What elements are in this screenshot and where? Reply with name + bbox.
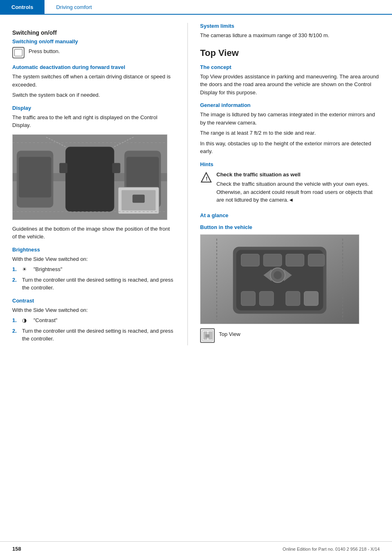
contrast-subtitle: Contrast <box>12 298 175 304</box>
warning-line1: Check the traffic situation as well <box>216 171 380 179</box>
auto-deactivation-text2: Switch the system back on if needed. <box>12 91 175 99</box>
page-number: 158 <box>12 546 21 552</box>
brightness-step1-text: "Brightness" <box>33 265 62 274</box>
button-image-inner <box>200 235 359 324</box>
contrast-step1: 1. ◑ "Contrast" <box>12 316 175 325</box>
brightness-step1-num: 1. <box>12 265 19 274</box>
contrast-step2-text: Turn the controller until the desired se… <box>22 327 175 343</box>
brightness-step2: 2. Turn the controller until the desired… <box>12 276 175 292</box>
svg-point-31 <box>274 271 282 279</box>
switching-subtitle: Switching on/off manually <box>12 38 175 44</box>
auto-deactivation-text1: The system switches off when a certain d… <box>12 73 175 89</box>
brightness-step2-num: 2. <box>12 276 19 292</box>
concept-subtitle: The concept <box>200 64 380 70</box>
press-button-text: Press button. <box>29 47 60 56</box>
svg-rect-3 <box>19 157 51 197</box>
brightness-list: 1. ☀ "Brightness" 2. Turn the controller… <box>12 265 175 292</box>
display-subtitle: Display <box>12 105 175 111</box>
contrast-list: 1. ◑ "Contrast" 2. Turn the controller u… <box>12 316 175 343</box>
switching-title: Switching on/off <box>12 29 175 36</box>
button-vehicle-image <box>200 234 359 324</box>
contrast-step2: 2. Turn the controller until the desired… <box>12 327 175 343</box>
concept-text: Top View provides assistance in parking … <box>200 73 380 97</box>
brightness-step1: 1. ☀ "Brightness" <box>12 265 175 274</box>
tab-driving-comfort[interactable]: Driving comfort <box>45 0 103 14</box>
contrast-intro: With the Side View switched on: <box>12 306 175 314</box>
contrast-step1-text: "Contrast" <box>33 316 57 325</box>
footer-edition-text: Online Edition for Part no. 0140 2 956 2… <box>283 547 380 552</box>
system-limits-subtitle: System limits <box>200 23 380 29</box>
warning-content: Check the traffic situation as well Chec… <box>216 171 380 207</box>
system-limits-text: The cameras lidture a maximum range of 3… <box>200 31 380 40</box>
topview-icon <box>200 328 215 343</box>
brightness-step2-text: Turn the controller until the desired se… <box>22 276 175 292</box>
car-display-image <box>12 134 167 220</box>
svg-text:!: ! <box>206 176 207 182</box>
svg-rect-25 <box>308 254 325 266</box>
left-column: Switching on/off Switching on/off manual… <box>12 23 188 345</box>
brightness-intro: With the Side View switched on: <box>12 255 175 263</box>
press-button-row: Press button. <box>12 47 175 58</box>
auto-deactivation-subtitle: Automatic deactivation during forward tr… <box>12 64 175 70</box>
svg-rect-11 <box>132 194 145 202</box>
tab-controls[interactable]: Controls <box>0 0 45 14</box>
svg-rect-32 <box>241 291 255 305</box>
at-a-glance-subtitle: At a glance <box>200 212 380 218</box>
brightness-subtitle: Brightness <box>12 247 175 253</box>
contrast-step1-num: 1. <box>12 316 19 325</box>
warning-text: Check the traffic situation around the v… <box>216 180 380 204</box>
sun-icon: ☀ <box>22 265 30 274</box>
general-info-subtitle: General information <box>200 102 380 108</box>
svg-rect-34 <box>286 291 300 305</box>
topview-icon-text: Top View <box>219 330 241 338</box>
svg-rect-24 <box>286 254 304 266</box>
display-text: The traffic area to the left and right i… <box>12 113 175 129</box>
page-footer: 158 Online Edition for Part no. 0140 2 9… <box>0 541 392 556</box>
svg-rect-35 <box>304 291 318 305</box>
contrast-step2-num: 2. <box>12 327 19 343</box>
svg-rect-4 <box>65 147 114 211</box>
button-in-vehicle-subtitle: Button in the vehicle <box>200 224 380 230</box>
general-info-text3: In this way, obstacles up to the height … <box>200 140 380 156</box>
button-icon <box>12 47 24 58</box>
svg-rect-22 <box>241 254 259 266</box>
hints-subtitle: Hints <box>200 161 380 167</box>
svg-rect-41 <box>205 334 209 338</box>
general-info-text2: The range is at least 7 ft/2 m to the si… <box>200 129 380 137</box>
car-image-inner <box>13 135 167 220</box>
svg-rect-5 <box>59 163 67 173</box>
right-column: System limits The cameras lidture a maxi… <box>188 23 380 345</box>
general-info-text1: The image is lidtured by two cameras int… <box>200 111 380 127</box>
svg-rect-33 <box>259 291 274 305</box>
svg-rect-6 <box>112 163 120 173</box>
main-content: Switching on/off Switching on/off manual… <box>0 15 392 362</box>
page-header: Controls Driving comfort <box>0 0 392 15</box>
svg-rect-23 <box>263 254 282 266</box>
contrast-icon: ◑ <box>22 316 30 325</box>
guidelines-text: Guidelines at the bottom of the image sh… <box>12 225 175 241</box>
warning-icon: ! <box>200 171 212 184</box>
topview-icon-row: Top View <box>200 328 380 343</box>
warning-box: ! Check the traffic situation as well Ch… <box>200 171 380 207</box>
top-view-title: Top View <box>200 48 380 58</box>
